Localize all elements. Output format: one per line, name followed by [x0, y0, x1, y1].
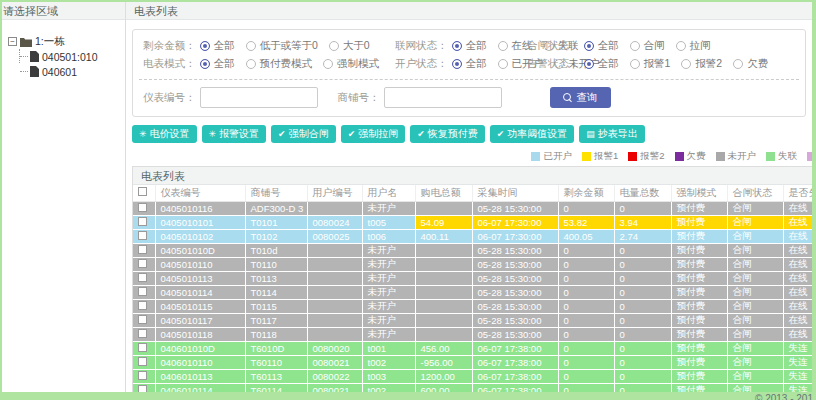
- row-checkbox[interactable]: [138, 385, 147, 393]
- tree-root-label[interactable]: 1:一栋: [35, 35, 65, 49]
- radio-button[interactable]: [452, 41, 462, 51]
- radio-option[interactable]: 大于0: [329, 39, 370, 53]
- radio-option[interactable]: 全部: [200, 39, 235, 53]
- radio-button[interactable]: [630, 59, 640, 69]
- radio-option[interactable]: 报警1: [630, 57, 671, 71]
- legend-swatch: [582, 152, 591, 161]
- action-button-抄表导出[interactable]: ▤抄表导出: [579, 125, 645, 143]
- radio-option[interactable]: 低于或等于0: [246, 39, 318, 53]
- cell: [307, 313, 362, 327]
- query-button[interactable]: 查询: [550, 87, 611, 108]
- row-checkbox[interactable]: [138, 245, 147, 254]
- row-checkbox[interactable]: [138, 259, 147, 268]
- row-checkbox[interactable]: [138, 315, 147, 324]
- action-button-强制拉闸[interactable]: ✔强制拉闸: [341, 125, 406, 143]
- check-icon: ✔: [497, 130, 505, 139]
- cell: [307, 257, 362, 271]
- cell: t006: [362, 229, 415, 243]
- cell: 400.05: [558, 229, 614, 243]
- table-row: 0405010101T01010080024t00554.0906-07 17:…: [133, 215, 812, 229]
- row-select-cell: [133, 257, 155, 271]
- row-checkbox[interactable]: [138, 203, 147, 212]
- tree-child-label[interactable]: 040501:010: [42, 51, 97, 63]
- doc-icon: ▤: [586, 130, 595, 139]
- meter-table: 仪表编号商铺号用户编号用户名购电总额采集时间剩余金额电量总数强制模式合闸状态是否…: [133, 185, 812, 392]
- action-button-恢复预付费[interactable]: ✔恢复预付费: [410, 125, 485, 143]
- radio-button[interactable]: [246, 41, 256, 51]
- radio-option[interactable]: 拉闸: [676, 39, 711, 53]
- row-checkbox[interactable]: [138, 357, 147, 366]
- radio-button[interactable]: [246, 59, 256, 69]
- row-checkbox[interactable]: [138, 287, 147, 296]
- cell: 05-28 15:30:00: [472, 299, 558, 313]
- meter-number-input[interactable]: [200, 87, 318, 108]
- action-button-功率阈值设置[interactable]: ✔功率阈值设置: [490, 125, 575, 143]
- collapse-icon[interactable]: −: [8, 37, 17, 46]
- sidebar-title: 请选择区域: [2, 2, 126, 20]
- radio-option[interactable]: 预付费模式: [246, 57, 313, 71]
- table-row: 0406010114T601140080021t002600.0006-07 1…: [133, 383, 812, 392]
- radio-option[interactable]: 报警2: [681, 57, 722, 71]
- cell: 失连: [783, 369, 812, 383]
- radio-button[interactable]: [200, 41, 210, 51]
- cell: 0: [614, 271, 671, 285]
- cell: 合闸: [727, 383, 783, 392]
- radio-option[interactable]: 全部: [452, 57, 487, 71]
- tree-child-label[interactable]: 040601: [42, 66, 77, 78]
- radio-option[interactable]: 合闸: [630, 39, 665, 53]
- table-row: 040601010DT6010D0080020t001456.0006-07 1…: [133, 341, 812, 355]
- action-button-报警设置[interactable]: ✳报警设置: [202, 125, 267, 143]
- radio-button[interactable]: [200, 59, 210, 69]
- tree-child-node[interactable]: 040501:010: [20, 49, 121, 64]
- radio-option[interactable]: 全部: [200, 57, 235, 71]
- cell: T0114: [245, 285, 307, 299]
- shop-number-input[interactable]: [384, 87, 502, 108]
- radio-option[interactable]: 全部: [584, 39, 619, 53]
- row-checkbox[interactable]: [138, 231, 147, 240]
- radio-button[interactable]: [733, 59, 743, 69]
- radio-button[interactable]: [452, 59, 462, 69]
- tree-child-node[interactable]: 040601: [19, 64, 121, 79]
- tree-root-node[interactable]: − 1:一栋: [8, 34, 121, 49]
- legend-item: 报警2: [628, 150, 664, 163]
- radio-button[interactable]: [329, 41, 339, 51]
- row-select-cell: [133, 369, 155, 383]
- cell: 失连: [783, 383, 812, 392]
- cell: 预付费: [671, 229, 727, 243]
- filter-label: 剩余金额：: [143, 39, 196, 53]
- row-checkbox[interactable]: [138, 371, 147, 380]
- radio-button[interactable]: [630, 41, 640, 51]
- cell: -956.00: [415, 355, 472, 369]
- row-checkbox[interactable]: [138, 301, 147, 310]
- select-all-checkbox[interactable]: [138, 187, 147, 196]
- action-button-强制合闸[interactable]: ✔强制合闸: [271, 125, 336, 143]
- cell: 600.00: [415, 383, 472, 392]
- radio-button[interactable]: [676, 41, 686, 51]
- table-title: 电表列表: [133, 167, 812, 185]
- radio-option[interactable]: 强制模式: [323, 57, 379, 71]
- radio-button[interactable]: [498, 41, 508, 51]
- radio-button[interactable]: [323, 59, 333, 69]
- row-checkbox[interactable]: [138, 273, 147, 282]
- cell: 预付费: [671, 327, 727, 341]
- row-select-cell: [133, 215, 155, 229]
- cell: [415, 243, 472, 257]
- radio-option[interactable]: 欠费: [733, 57, 768, 71]
- radio-button[interactable]: [681, 59, 691, 69]
- cell: 05-28 15:30:00: [472, 327, 558, 341]
- action-button-电价设置[interactable]: ✳电价设置: [132, 125, 197, 143]
- row-checkbox[interactable]: [138, 217, 147, 226]
- radio-button[interactable]: [584, 41, 594, 51]
- file-icon: [30, 51, 39, 62]
- column-header: 电量总数: [614, 185, 671, 201]
- radio-option[interactable]: 全部: [452, 39, 487, 53]
- cell: 05-28 15:30:00: [472, 243, 558, 257]
- row-select-cell: [133, 355, 155, 369]
- radio-button[interactable]: [498, 59, 508, 69]
- column-header: 用户编号: [307, 185, 362, 201]
- row-checkbox[interactable]: [138, 343, 147, 352]
- radio-option[interactable]: 全部: [584, 57, 619, 71]
- radio-button[interactable]: [584, 59, 594, 69]
- row-checkbox[interactable]: [138, 329, 147, 338]
- radio-label: 预付费模式: [260, 57, 313, 71]
